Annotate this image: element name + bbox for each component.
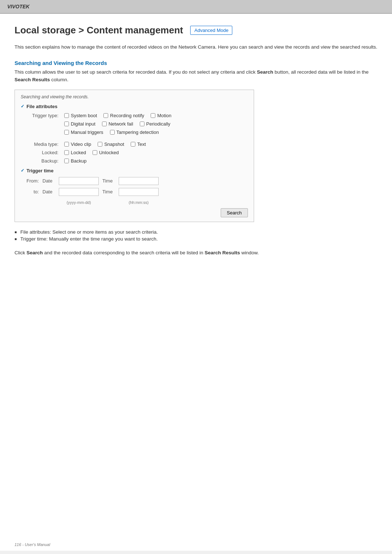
checkbox-motion[interactable]: Motion <box>151 113 171 118</box>
checkbox-video-clip[interactable]: Video clip <box>64 141 91 147</box>
time-format-hint: (hh:mm:ss) <box>119 200 159 205</box>
bullet-item-2: Trigger time: Manually enter the time ra… <box>15 236 377 242</box>
checkbox-manual-triggers[interactable]: Manual triggers <box>64 130 103 135</box>
trigger-type-group1: System boot Recording notify Motion <box>64 113 171 118</box>
backup-row: Backup: Backup <box>24 158 248 164</box>
from-row: From: Date Time <box>24 177 248 185</box>
checkbox-text[interactable]: Text <box>131 141 146 147</box>
header-bar: VIVOTEK <box>0 0 392 14</box>
to-date-input[interactable] <box>59 188 99 196</box>
checkbox-manual-triggers-input[interactable] <box>64 130 69 135</box>
chevron-down-icon: ✓ <box>21 104 24 109</box>
search-box-title: Searching and viewing the records. <box>21 94 248 99</box>
checkbox-locked-label: Locked <box>71 150 86 155</box>
chevron-down-icon-2: ✓ <box>21 168 24 173</box>
checkbox-backup-label: Backup <box>71 158 86 164</box>
locked-group: Locked Unlocked <box>64 150 119 155</box>
closing-text-2: and the recorded data corresponding to t… <box>43 250 205 255</box>
checkbox-digital-input[interactable]: Digital input <box>64 121 95 127</box>
media-type-label: Media type: <box>24 141 64 147</box>
checkbox-snapshot-label: Snapshot <box>104 141 124 147</box>
file-attributes-header[interactable]: ✓ File attributes <box>21 104 248 109</box>
to-time-label: Time <box>102 189 115 194</box>
backup-group: Backup <box>64 158 86 164</box>
checkbox-system-boot-label: System boot <box>71 113 97 118</box>
trigger-type-row2: Digital input Network fail Periodically <box>24 121 248 127</box>
checkbox-network-fail[interactable]: Network fail <box>102 121 133 127</box>
checkbox-periodically[interactable]: Periodically <box>140 121 170 127</box>
checkbox-unlocked[interactable]: Unlocked <box>93 150 119 155</box>
trigger-type-row3: Manual triggers Tampering detection <box>24 130 248 135</box>
checkbox-tampering-detection-input[interactable] <box>110 130 115 135</box>
trigger-time-rows: From: Date Time to: Date Time <box>24 177 248 196</box>
page-title: Local storage > Content management <box>15 25 183 36</box>
checkbox-network-fail-label: Network fail <box>109 121 133 127</box>
checkbox-recording-notify-label: Recording notify <box>110 113 144 118</box>
locked-label: Locked: <box>24 150 64 155</box>
search-panel: Searching and viewing the records. ✓ Fil… <box>15 90 254 222</box>
search-button[interactable]: Search <box>221 208 248 217</box>
from-time-input[interactable] <box>119 177 159 185</box>
search-btn-row: Search <box>21 208 248 217</box>
checkbox-tampering-detection[interactable]: Tampering detection <box>110 130 159 135</box>
footer-text: 116 - User's Manual <box>15 542 50 547</box>
from-time-label: Time <box>102 178 115 184</box>
media-type-group: Video clip Snapshot Text <box>64 141 146 147</box>
checkbox-text-input[interactable] <box>131 142 135 147</box>
section-heading: Searching and Viewing the Records <box>15 60 377 66</box>
trigger-type-group3: Manual triggers Tampering detection <box>64 130 159 135</box>
closing-text-bold1: Search <box>26 250 43 255</box>
checkbox-system-boot[interactable]: System boot <box>64 113 97 118</box>
checkbox-video-clip-label: Video clip <box>71 141 91 147</box>
section-desc: This column allows the user to set up se… <box>15 68 377 84</box>
trigger-type-label: Trigger type: <box>24 113 64 118</box>
checkbox-digital-input-label: Digital input <box>71 121 95 127</box>
checkbox-backup-input[interactable] <box>64 159 69 163</box>
checkbox-text-label: Text <box>137 141 146 147</box>
file-attributes-section: ✓ File attributes Trigger type: System b… <box>21 104 248 164</box>
closing-text-3: window. <box>240 250 259 255</box>
checkbox-system-boot-input[interactable] <box>64 113 69 118</box>
from-date-input[interactable] <box>59 177 99 185</box>
media-type-row: Media type: Video clip Snapshot Text <box>24 141 248 147</box>
checkbox-snapshot[interactable]: Snapshot <box>98 141 124 147</box>
section-desc-text3: column. <box>50 77 69 82</box>
trigger-type-group2: Digital input Network fail Periodically <box>64 121 170 127</box>
date-format-hint: (yyyy-mm-dd) <box>59 200 99 205</box>
format-hints: (yyyy-mm-dd) (hh:mm:ss) <box>24 200 248 205</box>
section-desc-bold1: Search <box>257 69 273 75</box>
checkbox-network-fail-input[interactable] <box>102 122 107 126</box>
locked-row: Locked: Locked Unlocked <box>24 150 248 155</box>
checkbox-recording-notify-input[interactable] <box>103 113 108 118</box>
checkbox-unlocked-input[interactable] <box>93 150 97 155</box>
file-attributes-label: File attributes <box>26 104 57 109</box>
checkbox-manual-triggers-label: Manual triggers <box>71 130 103 135</box>
page-title-row: Local storage > Content management Advan… <box>15 25 377 36</box>
backup-label: Backup: <box>24 158 64 164</box>
checkbox-video-clip-input[interactable] <box>64 142 69 147</box>
section-desc-bold2: Search Results <box>15 77 50 82</box>
checkbox-locked-input[interactable] <box>64 150 69 155</box>
attributes-table: Trigger type: System boot Recording noti… <box>24 113 248 164</box>
advanced-mode-button[interactable]: Advanced Mode <box>190 26 232 35</box>
section-desc-text2: button, all recorded data will be listed… <box>273 69 369 75</box>
checkbox-locked[interactable]: Locked <box>64 150 86 155</box>
trigger-type-row1: Trigger type: System boot Recording noti… <box>24 113 248 118</box>
checkbox-digital-input-input[interactable] <box>64 122 69 126</box>
to-date-label: Date <box>42 189 55 194</box>
closing-text-1: Click <box>15 250 26 255</box>
checkbox-backup[interactable]: Backup <box>64 158 86 164</box>
checkbox-snapshot-input[interactable] <box>98 142 102 147</box>
checkbox-periodically-input[interactable] <box>140 122 144 126</box>
from-label: From: <box>24 178 39 184</box>
checkbox-periodically-label: Periodically <box>146 121 170 127</box>
to-time-input[interactable] <box>119 188 159 196</box>
trigger-time-header[interactable]: ✓ Trigger time <box>21 168 248 173</box>
checkbox-motion-input[interactable] <box>151 113 155 118</box>
main-content: Local storage > Content management Advan… <box>0 14 392 551</box>
to-row: to: Date Time <box>24 188 248 196</box>
checkbox-recording-notify[interactable]: Recording notify <box>103 113 144 118</box>
checkbox-tampering-detection-label: Tampering detection <box>117 130 159 135</box>
section-desc-text1: This column allows the user to set up se… <box>15 69 257 75</box>
closing-text-bold2: Search Results <box>205 250 240 255</box>
